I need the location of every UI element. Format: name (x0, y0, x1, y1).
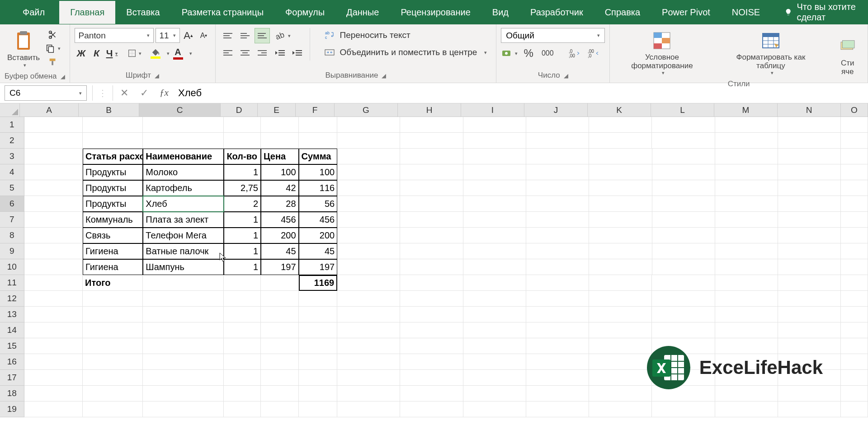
cell-L7[interactable] (652, 212, 715, 228)
cell-L10[interactable] (652, 259, 715, 275)
cancel-formula-button[interactable]: ✕ (118, 87, 130, 99)
cell-E2[interactable] (261, 133, 299, 149)
cell-K3[interactable] (589, 149, 652, 164)
cell-K16[interactable] (589, 354, 652, 370)
cell-A5[interactable] (24, 180, 83, 196)
cell-J19[interactable] (526, 401, 589, 417)
cell-A14[interactable] (24, 322, 83, 338)
cell-L1[interactable] (652, 117, 715, 133)
cell-K13[interactable] (589, 307, 652, 322)
decrease-font-button[interactable]: A▾ (197, 29, 211, 42)
increase-decimal-button[interactable]: ,0,00 (566, 47, 583, 60)
format-as-table-button[interactable]: Форматировать как таблицу▾ (722, 28, 820, 78)
chevron-down-icon[interactable]: ▾ (167, 51, 170, 56)
cell-F19[interactable] (299, 401, 338, 417)
cell-H4[interactable] (400, 164, 463, 180)
paste-button[interactable]: Вставить ▾ (5, 28, 42, 70)
cell-A6[interactable] (24, 196, 83, 212)
cell-D15[interactable] (224, 338, 261, 354)
cell-E10[interactable]: 197 (261, 259, 299, 275)
cell-I16[interactable] (463, 354, 526, 370)
align-top-button[interactable] (220, 28, 236, 43)
cell-O13[interactable] (841, 307, 868, 322)
format-painter-button[interactable] (45, 56, 61, 68)
cell-O11[interactable] (841, 275, 868, 291)
cell-J18[interactable] (526, 386, 589, 401)
cell-O8[interactable] (841, 228, 868, 243)
cell-J9[interactable] (526, 243, 589, 259)
cell-A19[interactable] (24, 401, 83, 417)
cell-M5[interactable] (715, 180, 778, 196)
cell-H3[interactable] (400, 149, 463, 164)
cell-H8[interactable] (400, 228, 463, 243)
cell-D4[interactable]: 1 (224, 164, 261, 180)
row-header-12[interactable]: 12 (0, 291, 24, 307)
cell-M1[interactable] (715, 117, 778, 133)
cell-G8[interactable] (337, 228, 400, 243)
cell-C12[interactable] (143, 291, 224, 307)
cell-D11[interactable] (224, 275, 261, 291)
cell-O16[interactable] (841, 354, 868, 370)
cell-I13[interactable] (463, 307, 526, 322)
column-header-F[interactable]: F (296, 103, 335, 117)
cell-O15[interactable] (841, 338, 868, 354)
cell-B1[interactable] (83, 117, 143, 133)
increase-font-button[interactable]: A▴ (182, 29, 195, 42)
cell-J15[interactable] (526, 338, 589, 354)
cell-C1[interactable] (143, 117, 224, 133)
decrease-decimal-button[interactable]: ,00,0 (585, 47, 602, 60)
cell-A11[interactable] (24, 275, 83, 291)
cell-H7[interactable] (400, 212, 463, 228)
cell-M8[interactable] (715, 228, 778, 243)
cell-I4[interactable] (463, 164, 526, 180)
cell-E4[interactable]: 100 (261, 164, 299, 180)
cell-L2[interactable] (652, 133, 715, 149)
cell-E11[interactable] (261, 275, 299, 291)
cell-A18[interactable] (24, 386, 83, 401)
cell-K9[interactable] (589, 243, 652, 259)
cell-L4[interactable] (652, 164, 715, 180)
cell-M3[interactable] (715, 149, 778, 164)
cell-D18[interactable] (224, 386, 261, 401)
cell-J10[interactable] (526, 259, 589, 275)
font-family-select[interactable]: Panton▾ (75, 28, 154, 43)
cell-E19[interactable] (261, 401, 299, 417)
cell-M11[interactable] (715, 275, 778, 291)
font-size-select[interactable]: 11▾ (156, 28, 180, 43)
cell-O2[interactable] (841, 133, 868, 149)
align-bottom-button[interactable] (255, 28, 270, 43)
cell-O17[interactable] (841, 370, 868, 386)
underline-button[interactable]: Ч▾ (105, 47, 119, 60)
cell-C6[interactable]: Хлеб (143, 196, 224, 212)
copy-button[interactable]: ▾ (45, 42, 61, 54)
cell-M7[interactable] (715, 212, 778, 228)
wrap-text-button[interactable]: abc Переносить текст (319, 28, 492, 42)
cell-O12[interactable] (841, 291, 868, 307)
row-header-9[interactable]: 9 (0, 243, 24, 259)
cell-L6[interactable] (652, 196, 715, 212)
cell-H15[interactable] (400, 338, 463, 354)
insert-function-button[interactable]: ƒx (158, 87, 170, 99)
cell-H17[interactable] (400, 370, 463, 386)
cell-F16[interactable] (299, 354, 338, 370)
cell-N13[interactable] (778, 307, 841, 322)
cell-G1[interactable] (337, 117, 400, 133)
cell-A1[interactable] (24, 117, 83, 133)
cell-K1[interactable] (589, 117, 652, 133)
cell-L14[interactable] (652, 322, 715, 338)
cell-B18[interactable] (83, 386, 143, 401)
cell-B9[interactable]: Гигиена (83, 243, 143, 259)
cell-G3[interactable] (337, 149, 400, 164)
cell-C16[interactable] (143, 354, 224, 370)
cell-B8[interactable]: Связь (83, 228, 143, 243)
cell-D2[interactable] (224, 133, 261, 149)
cell-D9[interactable]: 1 (224, 243, 261, 259)
cell-H11[interactable] (400, 275, 463, 291)
column-header-K[interactable]: K (588, 103, 651, 117)
cell-F7[interactable]: 456 (299, 212, 338, 228)
cell-H16[interactable] (400, 354, 463, 370)
cell-E18[interactable] (261, 386, 299, 401)
cell-K4[interactable] (589, 164, 652, 180)
decrease-indent-button[interactable] (273, 45, 288, 61)
cell-G7[interactable] (337, 212, 400, 228)
